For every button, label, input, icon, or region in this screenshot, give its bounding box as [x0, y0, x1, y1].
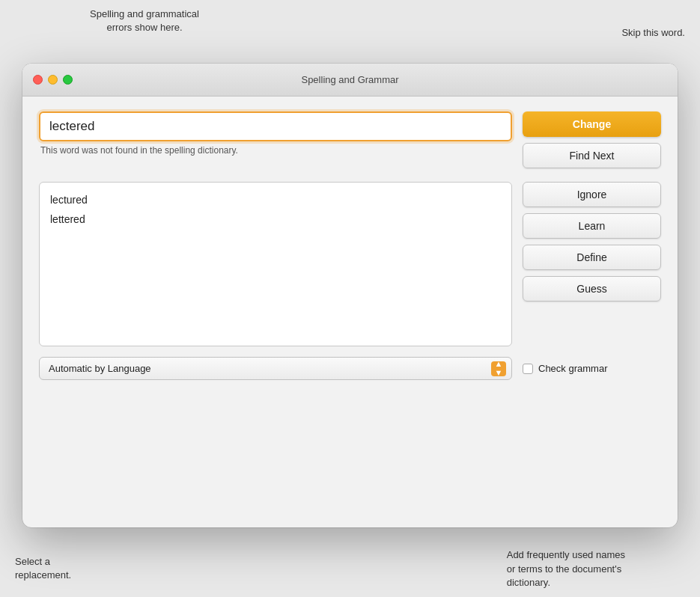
title-bar: Spelling and Grammar — [22, 64, 678, 97]
change-button[interactable]: Change — [523, 111, 661, 137]
spell-input[interactable] — [39, 111, 512, 141]
top-button-column: Change Find Next — [523, 111, 661, 168]
maximize-button[interactable] — [63, 75, 73, 85]
define-button[interactable]: Define — [523, 245, 661, 270]
learn-button[interactable]: Learn — [523, 213, 661, 239]
language-select-wrapper: Automatic by Language English Spanish Fr… — [39, 357, 512, 380]
check-grammar-checkbox[interactable] — [523, 364, 533, 374]
action-buttons: Ignore Learn Define Guess — [523, 182, 661, 346]
traffic-lights — [33, 75, 73, 85]
bottom-bar: Automatic by Language English Spanish Fr… — [39, 357, 661, 380]
find-next-button[interactable]: Find Next — [523, 143, 661, 168]
spell-input-container: This word was not found in the spelling … — [39, 111, 512, 156]
window-content: This word was not found in the spelling … — [22, 97, 678, 395]
check-grammar-row: Check grammar — [523, 363, 661, 374]
suggestion-item-2[interactable]: lettered — [50, 209, 501, 229]
annotation-top: Spelling and grammatical errors show her… — [90, 7, 199, 34]
check-grammar-label: Check grammar — [538, 363, 607, 374]
close-button[interactable] — [33, 75, 43, 85]
window-title: Spelling and Grammar — [301, 74, 398, 85]
suggestions-box[interactable]: lectured lettered — [39, 182, 512, 346]
annotation-top-right: Skip this word. — [621, 26, 685, 40]
suggestion-item-1[interactable]: lectured — [50, 190, 501, 209]
spelling-grammar-window: Spelling and Grammar This word was not f… — [22, 64, 678, 527]
spell-error-message: This word was not found in the spelling … — [40, 145, 512, 156]
page-wrapper: Spelling and grammatical errors show her… — [0, 0, 700, 597]
ignore-button[interactable]: Ignore — [523, 182, 661, 207]
guess-button[interactable]: Guess — [523, 276, 661, 301]
middle-section: lectured lettered Ignore Learn Define Gu… — [39, 182, 661, 346]
spell-input-row: This word was not found in the spelling … — [39, 111, 661, 168]
minimize-button[interactable] — [48, 75, 58, 85]
annotation-bottom-left: Select a replacement. — [15, 555, 71, 582]
annotation-bottom-right: Add frequently used names or terms to th… — [507, 548, 625, 590]
language-select[interactable]: Automatic by Language English Spanish Fr… — [39, 357, 512, 380]
